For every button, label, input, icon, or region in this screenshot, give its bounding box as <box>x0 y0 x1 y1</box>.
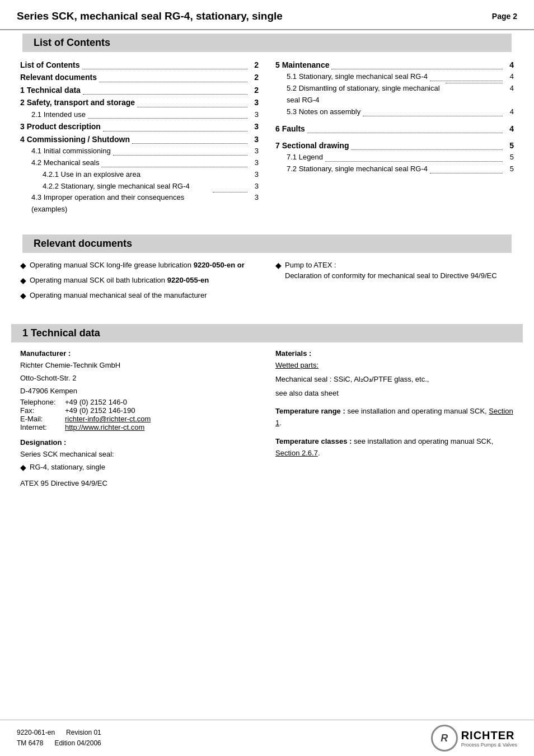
toc-num: 5 <box>505 139 514 152</box>
toc-num: 5 <box>505 152 514 163</box>
rel-docs-left: ◆ Operating manual SCK long-life grease … <box>20 260 259 305</box>
footer-left: 9220-061-en Revision 01 TM 6478 Edition … <box>17 727 101 749</box>
toc-entry-5-3: 5.3 Notes on assembly 4 <box>275 106 514 118</box>
toc-label: 4.1 Initial commissioning <box>31 145 111 157</box>
internet-link[interactable]: http://www.richter-ct.com <box>65 423 144 431</box>
designation-line1: Series SCK mechanical seal: <box>20 449 259 461</box>
tm-label: TM 6478 <box>17 739 43 747</box>
toc-entry-2-1: 2.1 Intended use 3 <box>20 109 259 121</box>
toc-label: 1 Technical data <box>20 84 81 96</box>
toc-dots <box>325 152 503 162</box>
manufacturer-label: Manufacturer : <box>20 349 259 358</box>
toc-num: 2 <box>250 59 259 71</box>
richter-name-block: RICHTER Process Pumps & Valves <box>461 729 517 748</box>
toc-label: 2.1 Intended use <box>31 109 86 121</box>
bullet-icon: ◆ <box>20 462 26 473</box>
toc-num: 3 <box>250 192 259 204</box>
temp-classes-text: Temperature classes : see installation a… <box>275 436 514 459</box>
toc-dots <box>430 71 503 81</box>
toc-label: 7.2 Stationary, single mechanical seal R… <box>287 163 428 175</box>
toc-label: 2 Safety, transport and storage <box>20 96 135 109</box>
rel-docs-title: Relevant documents <box>34 238 500 250</box>
toc-entry-4: 4 Commissioning / Shutdown 3 <box>20 133 259 145</box>
toc-num: 3 <box>250 133 259 145</box>
toc-entry-1: 1 Technical data 2 <box>20 84 259 96</box>
toc-dots <box>103 120 247 131</box>
designation-section: Designation : Series SCK mechanical seal… <box>20 438 259 490</box>
toc-label: List of Contents <box>20 59 80 71</box>
footer: 9220-061-en Revision 01 TM 6478 Edition … <box>0 720 534 756</box>
fax-line: Fax: +49 (0) 2152 146-190 <box>20 406 259 415</box>
atex-line: ATEX 95 Directive 94/9/EC <box>20 478 259 490</box>
page: Series SCK, mechanical seal RG-4, statio… <box>0 0 534 756</box>
revision-label: Revision 01 <box>66 729 101 736</box>
see-data-sheet: see also data sheet <box>275 388 514 400</box>
toc-label: 6 Faults <box>275 123 305 135</box>
toc-entry-4-2: 4.2 Mechanical seals 3 <box>20 157 259 169</box>
email-label: E-Mail: <box>20 415 59 423</box>
temp-classes-section: Temperature classes : see installation a… <box>275 436 514 459</box>
designation-label: Designation : <box>20 438 259 447</box>
telephone-line: Telephone: +49 (0) 2152 146-0 <box>20 398 259 406</box>
fax-val: +49 (0) 2152 146-190 <box>65 406 135 415</box>
tech-right-col: Materials : Wetted parts: Mechanical sea… <box>275 349 514 491</box>
bullet-icon: ◆ <box>20 290 26 302</box>
toc-dots <box>213 192 247 192</box>
email-line: E-Mail: richter-info@richter-ct.com <box>20 415 259 423</box>
toc-label: 5.2 Dismantling of stationary, single me… <box>287 83 443 106</box>
toc-num: 2 <box>250 71 259 83</box>
toc-title: List of Contents <box>34 37 500 49</box>
temp-range-text: Temperature range : see installation and… <box>275 406 514 429</box>
footer-tm: TM 6478 Edition 04/2006 <box>17 738 101 749</box>
address-line1: Otto-Schott-Str. 2 <box>20 373 259 384</box>
toc-label: 3 Product description <box>20 120 101 133</box>
internet-line: Internet: http://www.richter-ct.com <box>20 423 259 431</box>
toc-label: 4.2.2 Stationary, single mechanical seal… <box>43 181 190 192</box>
toc-label: 4 Commissioning / Shutdown <box>20 133 130 145</box>
doc-number: 9220-061-en <box>17 729 55 736</box>
rel-doc-item-2: ◆ Operating manual SCK oil bath lubricat… <box>20 275 259 287</box>
toc-dots <box>137 96 247 107</box>
designation-bullet: RG-4, stationary, single <box>30 462 105 473</box>
toc-right-col: 5 Maintenance 4 5.1 Stationary, single m… <box>275 59 514 215</box>
toc-label: 5.1 Stationary, single mechanical seal R… <box>287 71 428 83</box>
toc-entry-4-2-1: 4.2.1 Use in an explosive area 3 <box>20 169 259 181</box>
toc-entry-2: 2 Safety, transport and storage 3 <box>20 96 259 109</box>
rel-doc-item-1: ◆ Operating manual SCK long-life grease … <box>20 260 259 271</box>
bullet-icon: ◆ <box>275 260 282 271</box>
rel-docs-right: ◆ Pump to ATEX :Declaration of conformit… <box>275 260 514 305</box>
section-ref2: Section 2.6.7 <box>275 449 318 457</box>
designation-bullet-item: ◆ RG-4, stationary, single <box>20 462 259 473</box>
toc-entry-6: 6 Faults 4 <box>275 123 514 135</box>
email-link[interactable]: richter-info@richter-ct.com <box>65 415 151 423</box>
toc-dots <box>331 59 503 69</box>
toc-dots <box>446 83 503 83</box>
tech-title: 1 Technical data <box>22 327 512 339</box>
toc-dots <box>101 157 247 167</box>
toc-num: 3 <box>250 181 259 192</box>
toc-num: 3 <box>250 96 259 109</box>
richter-name: RICHTER <box>461 729 517 742</box>
toc-label: 4.2 Mechanical seals <box>31 157 99 169</box>
fax-label: Fax: <box>20 406 59 415</box>
temp-range-label: Temperature range : <box>275 407 345 415</box>
toc-dots <box>363 106 503 116</box>
toc-dots <box>83 84 247 95</box>
header-title: Series SCK, mechanical seal RG-4, statio… <box>17 10 283 22</box>
toc-num: 4 <box>505 59 514 71</box>
toc-entry-7-2: 7.2 Stationary, single mechanical seal R… <box>275 163 514 175</box>
toc-num: 4 <box>505 106 514 118</box>
toc-entry-3: 3 Product description 3 <box>20 120 259 133</box>
toc-num: 3 <box>250 109 259 121</box>
toc-num: 4 <box>505 71 514 83</box>
bullet-icon: ◆ <box>20 260 26 271</box>
toc-label: Relevant documents <box>20 71 97 83</box>
mechanical-seal-line: Mechanical seal : SSiC, Al₂O₃/PTFE glass… <box>275 374 514 386</box>
telephone-val: +49 (0) 2152 146-0 <box>65 398 127 406</box>
toc-dots <box>99 71 247 82</box>
rel-docs-bar: Relevant documents <box>22 234 512 253</box>
rel-doc-text: Operating manual SCK oil bath lubricatio… <box>30 275 209 286</box>
toc-dots <box>113 145 247 156</box>
toc-entry-4-1: 4.1 Initial commissioning 3 <box>20 145 259 157</box>
toc-num: 4 <box>505 123 514 135</box>
